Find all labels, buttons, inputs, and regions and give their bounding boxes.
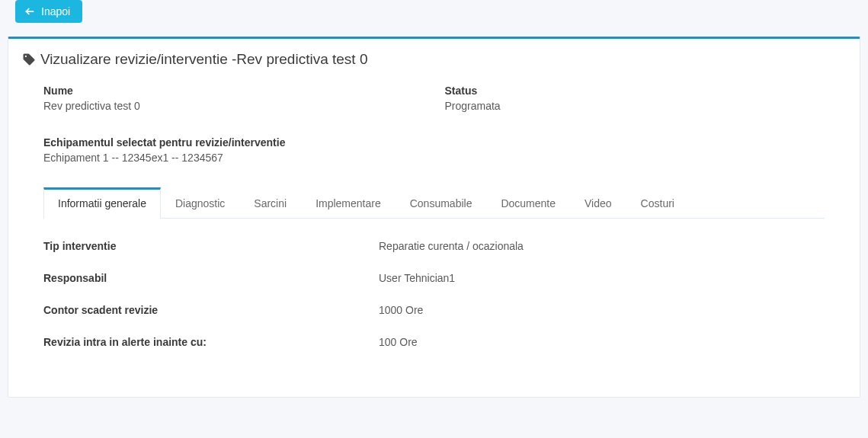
equipment-value: Echipament 1 -- 12345ex1 -- 1234567 xyxy=(43,152,846,164)
tab-implementare[interactable]: Implementare xyxy=(301,187,396,219)
field-row: ResponsabilUser Tehnician1 xyxy=(43,272,825,284)
tab-costuri[interactable]: Costuri xyxy=(626,187,689,219)
field-label: Contor scadent revizie xyxy=(43,304,379,316)
name-label: Nume xyxy=(43,85,445,97)
tab-consumabile[interactable]: Consumabile xyxy=(396,187,487,219)
status-label: Status xyxy=(445,85,847,97)
name-value: Rev predictiva test 0 xyxy=(43,100,445,112)
tab-diagnostic[interactable]: Diagnostic xyxy=(161,187,239,219)
tab-content-general: Tip interventieReparatie curenta / ocazi… xyxy=(43,219,825,376)
field-row: Tip interventieReparatie curenta / ocazi… xyxy=(43,240,825,252)
summary-row-1: Nume Rev predictiva test 0 Status Progra… xyxy=(22,85,846,127)
field-label: Responsabil xyxy=(43,272,379,284)
field-value: 1000 Ore xyxy=(379,304,423,316)
field-row: Revizia intra in alerte inainte cu:100 O… xyxy=(43,336,825,348)
revision-panel: Vizualizare revizie/interventie - Rev pr… xyxy=(8,37,860,398)
field-label: Tip interventie xyxy=(43,240,379,252)
field-value: 100 Ore xyxy=(379,336,418,348)
back-button-label: Inapoi xyxy=(41,5,70,18)
field-row: Contor scadent revizie1000 Ore xyxy=(43,304,825,316)
tab-label: Costuri xyxy=(641,197,674,209)
back-button[interactable]: Inapoi xyxy=(15,0,82,23)
tab-label: Diagnostic xyxy=(175,197,225,209)
tab-label: Video xyxy=(585,197,612,209)
tab-documente[interactable]: Documente xyxy=(486,187,570,219)
tab-label: Documente xyxy=(501,197,556,209)
panel-title-name: Rev predictiva test 0 xyxy=(236,51,367,68)
tabs-bar: Informatii generaleDiagnosticSarciniImpl… xyxy=(43,187,825,219)
arrow-left-icon xyxy=(24,6,35,17)
field-label: Revizia intra in alerte inainte cu: xyxy=(43,336,379,348)
equipment-label: Echipamentul selectat pentru revizie/int… xyxy=(43,136,846,149)
tab-sarcini[interactable]: Sarcini xyxy=(239,187,301,219)
field-value: User Tehnician1 xyxy=(379,272,455,284)
tag-icon xyxy=(22,53,36,66)
panel-title-prefix: Vizualizare revizie/interventie - xyxy=(40,51,236,68)
tab-label: Implementare xyxy=(315,197,381,209)
tab-video[interactable]: Video xyxy=(570,187,626,219)
summary-row-2: Echipamentul selectat pentru revizie/int… xyxy=(22,136,846,164)
tab-informatii-generale[interactable]: Informatii generale xyxy=(43,187,161,219)
tab-label: Informatii generale xyxy=(58,197,146,209)
tab-label: Sarcini xyxy=(254,197,287,209)
panel-title: Vizualizare revizie/interventie - Rev pr… xyxy=(22,51,846,68)
tab-label: Consumabile xyxy=(410,197,472,209)
status-value: Programata xyxy=(445,100,847,112)
field-value: Reparatie curenta / ocazionala xyxy=(379,240,524,252)
